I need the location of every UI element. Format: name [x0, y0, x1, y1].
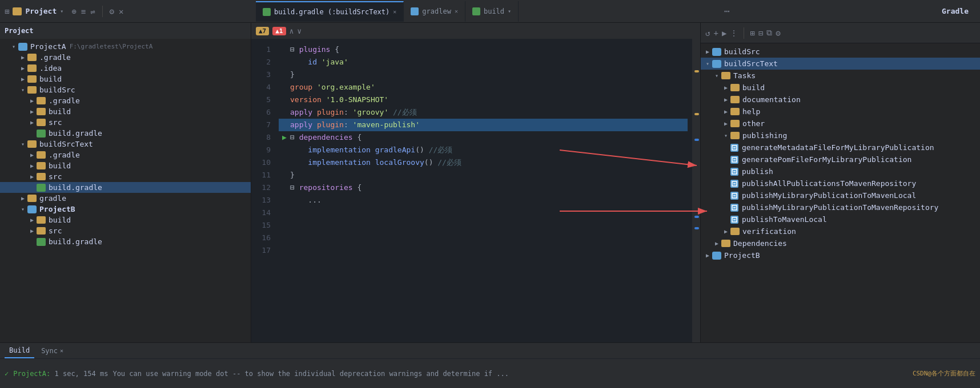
gradle-item-documentation[interactable]: ▶ documentation	[701, 94, 980, 106]
sidebar-label-buildgradle1: build.gradle	[49, 129, 102, 138]
gradle-item-help[interactable]: ▶ help	[701, 106, 980, 118]
gradle-item-other[interactable]: ▶ other	[701, 118, 980, 130]
sidebar-item-buildgradle3[interactable]: ▶ build.gradle	[0, 236, 251, 247]
sidebar-item-src3[interactable]: ▶ src	[0, 225, 251, 236]
gradle-label-generate-pom: generatePomFileForMyLibraryPublication	[742, 155, 911, 164]
sidebar-item-buildsrc[interactable]: ▾ buildSrc	[0, 84, 251, 95]
arrow-other-icon: ▶	[721, 120, 730, 127]
gradle-item-buildsrctext[interactable]: ▾ buildSrcText	[701, 58, 980, 70]
arrow-projectA-icon: ▾	[9, 43, 18, 50]
arrow-gradle2-icon: ▶	[27, 98, 37, 104]
tab-label-3: build	[484, 7, 504, 15]
gradle-item-verification[interactable]: ▶ verification	[701, 225, 980, 237]
sidebar-item-buildsrctext[interactable]: ▾ buildSrcText	[0, 139, 251, 149]
bottom-tab-sync[interactable]: Sync ✕	[37, 343, 68, 358]
gradle-expand-icon[interactable]: ⊞	[750, 29, 754, 38]
gradle-item-publish-local[interactable]: publishMyLibraryPublicationToMavenLocal	[701, 189, 980, 201]
gradle-item-publish-repo[interactable]: publishMyLibraryPublicationToMavenReposi…	[701, 201, 980, 213]
arrow-build3-icon: ▶	[27, 163, 37, 169]
editor-stripe	[692, 39, 700, 342]
gradle-filter-icon[interactable]: ⧉	[766, 28, 772, 38]
gradle-settings-icon[interactable]: ⚙	[776, 29, 780, 38]
arrow-src1-icon: ▶	[27, 119, 37, 126]
sidebar-label-buildgradle3: build.gradle	[49, 237, 102, 246]
arrow-build4-icon: ▶	[27, 217, 37, 223]
main-area: Project ▾ ProjectA F:\gradletest\Project…	[0, 23, 980, 342]
tab-build[interactable]: build ▾	[465, 1, 519, 22]
arrow-projectB-icon: ▾	[18, 206, 27, 212]
tab-build-gradle-buildsrctext[interactable]: build.gradle (:buildSrcText) ✕	[256, 1, 404, 22]
more-tabs-icon[interactable]: ⋯	[720, 6, 734, 17]
sidebar-label-gradle1: .gradle	[39, 53, 71, 62]
sidebar-item-idea[interactable]: ▶ .idea	[0, 63, 251, 74]
gradle-item-publish-all[interactable]: publishAllPublicationsToMavenRepository	[701, 177, 980, 189]
code-content[interactable]: ⊟ plugins { id 'java' }	[274, 39, 692, 342]
code-line-14: }	[279, 169, 688, 181]
nav-down-icon[interactable]: ∨	[297, 27, 302, 35]
sidebar-item-src2[interactable]: ▶ src	[0, 171, 251, 182]
fold-icon-16: ⊟	[290, 181, 299, 194]
gradle-item-publish[interactable]: publish	[701, 165, 980, 177]
add-module-icon[interactable]: ⊕	[71, 7, 76, 16]
gradle-menu-icon[interactable]: ⋮	[730, 29, 738, 38]
arrow-verification-icon: ▶	[721, 228, 730, 235]
project-buildsrctext-icon	[712, 60, 721, 68]
sidebar-item-buildgradle2[interactable]: ▶ build.gradle	[0, 182, 251, 193]
sidebar-item-src1[interactable]: ▶ src	[0, 117, 251, 128]
gradle-label-buildsrc: buildSrc	[724, 47, 760, 56]
gradle-item-build-task[interactable]: ▶ build	[701, 82, 980, 94]
sidebar-item-gradle1[interactable]: ▶ .gradle	[0, 52, 251, 63]
sidebar-item-build3[interactable]: ▶ build	[0, 160, 251, 171]
gradle-item-publish-to-local[interactable]: publishToMavenLocal	[701, 213, 980, 225]
structure-icon[interactable]: ⇌	[90, 7, 95, 16]
gradle-item-generate-pom[interactable]: generatePomFileForMyLibraryPublication	[701, 153, 980, 165]
sidebar-item-buildgradle1[interactable]: ▶ build.gradle	[0, 128, 251, 139]
sync-icon[interactable]: ≡	[81, 7, 86, 16]
tab-close-1[interactable]: ✕	[393, 9, 396, 15]
title-bar-left: ⊞ Project ▾ ⊕ ≡ ⇌ ⚙ ✕	[5, 6, 256, 17]
nav-up-icon[interactable]: ∧	[290, 27, 294, 35]
gradle-item-dependencies[interactable]: ▶ Dependencies	[701, 237, 980, 249]
gradle-item-generate-metadata[interactable]: generateMetadataFileForMyLibraryPublicat…	[701, 142, 980, 153]
tab-close-2[interactable]: ✕	[455, 8, 458, 14]
sidebar-item-build4[interactable]: ▶ build	[0, 215, 251, 225]
gradle-label-build-task: build	[742, 83, 765, 92]
gradle-collapse-icon[interactable]: ⊟	[758, 29, 763, 38]
arrow-build-task-icon: ▶	[721, 84, 730, 91]
tab-dropdown-icon[interactable]: ▾	[508, 8, 511, 14]
fold-icon-1: ⊟	[290, 43, 299, 56]
editor-area: ▲7 ▲1 ∧ ∨ 1 2 3 4 5 6 7 8 9 10 11 12 13 …	[251, 23, 700, 342]
status-message: You can use warning mode dot -- to show …	[113, 370, 509, 378]
tab-label-2: gradlew	[422, 7, 451, 15]
sidebar-label-src1: src	[49, 118, 62, 127]
gradle-item-tasks[interactable]: ▾ Tasks	[701, 70, 980, 82]
gradle-item-projectB[interactable]: ▶ ProjectB	[701, 249, 980, 261]
folder-src2-icon	[37, 173, 46, 180]
fold-icon-11: ⊟	[290, 131, 299, 144]
title-chevron-icon[interactable]: ▾	[60, 8, 63, 14]
bottom-tab-sync-close[interactable]: ✕	[60, 347, 63, 354]
sidebar-item-gradle2[interactable]: ▶ .gradle	[0, 95, 251, 106]
sidebar-item-build2[interactable]: ▶ build	[0, 106, 251, 117]
bottom-tab-build[interactable]: Build	[5, 343, 34, 358]
code-line-5: group 'org.example'	[279, 81, 688, 94]
sidebar-item-build1[interactable]: ▶ build	[0, 74, 251, 84]
gradle-item-buildsrc[interactable]: ▶ buildSrc	[701, 46, 980, 58]
gradle-item-publishing[interactable]: ▾ publishing	[701, 130, 980, 142]
settings-icon[interactable]: ⚙	[110, 7, 114, 16]
errors-badge: ▲1	[272, 27, 286, 35]
sidebar-item-projectB[interactable]: ▾ ProjectB	[0, 204, 251, 215]
task-generate-metadata-icon	[730, 144, 738, 152]
gradle-run-icon[interactable]: ▶	[722, 29, 726, 38]
tab-gradlew[interactable]: gradlew ✕	[404, 1, 465, 22]
project-title: Project	[25, 7, 57, 15]
sidebar-item-gradle4[interactable]: ▶ gradle	[0, 193, 251, 204]
gradle-add-icon[interactable]: +	[713, 29, 718, 38]
gradle-refresh-icon[interactable]: ↺	[705, 29, 710, 38]
close-toolbar-icon[interactable]: ✕	[119, 7, 123, 16]
sidebar-toggle-icon[interactable]: ⊞	[5, 7, 9, 16]
sidebar-item-projectA[interactable]: ▾ ProjectA F:\gradletest\ProjectA	[0, 41, 251, 52]
sidebar-item-gradle3[interactable]: ▶ .gradle	[0, 149, 251, 160]
run-icon[interactable]: ▶	[282, 131, 287, 144]
code-line-13: implementation localGroovy () //必须	[279, 156, 688, 169]
